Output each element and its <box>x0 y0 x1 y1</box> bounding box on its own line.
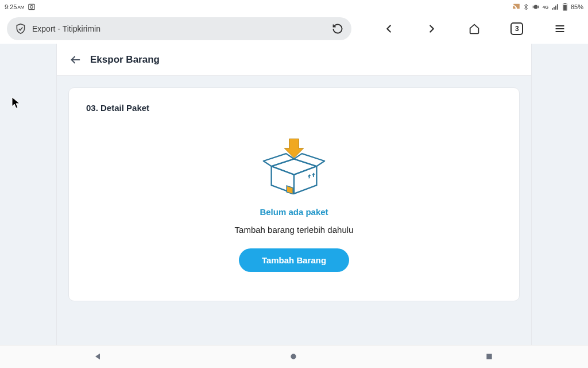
empty-heading: Belum ada paket <box>260 207 328 217</box>
signal-icon <box>551 3 559 11</box>
svg-rect-5 <box>563 5 567 10</box>
battery-icon <box>561 3 569 11</box>
nav-back-button[interactable] <box>377 17 400 40</box>
reload-icon[interactable] <box>332 23 343 34</box>
cast-icon <box>512 3 520 11</box>
page-header: Ekspor Barang <box>57 44 531 76</box>
empty-subtext: Tambah barang terlebih dahulu <box>235 225 354 235</box>
menu-button[interactable] <box>548 17 571 40</box>
box-icon <box>262 136 326 199</box>
system-nav-bar <box>0 345 588 368</box>
status-bar: 9:25AM 4G 85% <box>0 0 588 14</box>
shield-icon <box>15 23 26 34</box>
nav-back-icon[interactable] <box>93 352 103 362</box>
status-time: 9:25AM <box>5 3 24 10</box>
page-body: Ekspor Barang 03. Detail Paket <box>0 44 588 345</box>
tabs-button[interactable]: 3 <box>505 17 528 40</box>
back-arrow-icon[interactable] <box>68 53 82 67</box>
svg-point-1 <box>30 6 33 9</box>
empty-state: Belum ada paket Tambah barang terlebih d… <box>86 136 502 272</box>
nav-forward-button[interactable] <box>420 17 443 40</box>
vibrate-icon <box>532 3 540 11</box>
bluetooth-icon <box>522 3 530 11</box>
svg-rect-0 <box>29 4 35 9</box>
svg-point-2 <box>533 5 537 9</box>
svg-point-16 <box>291 354 296 359</box>
network-icon: 4G <box>541 3 550 11</box>
nav-home-icon[interactable] <box>289 352 299 362</box>
url-text: Export - Titipkirimin <box>32 24 326 33</box>
svg-rect-17 <box>487 354 492 359</box>
battery-text: 85% <box>571 3 583 10</box>
add-item-button[interactable]: Tambah Barang <box>239 248 349 272</box>
nav-recent-icon[interactable] <box>485 352 495 362</box>
camera-icon <box>28 3 36 11</box>
home-button[interactable] <box>463 17 486 40</box>
browser-chrome: Export - Titipkirimin 3 <box>0 14 588 44</box>
card-title: 03. Detail Paket <box>86 103 502 113</box>
url-bar[interactable]: Export - Titipkirimin <box>7 17 351 40</box>
page-title: Ekspor Barang <box>90 54 160 66</box>
svg-rect-4 <box>564 3 566 3</box>
detail-paket-card: 03. Detail Paket <box>68 87 520 301</box>
